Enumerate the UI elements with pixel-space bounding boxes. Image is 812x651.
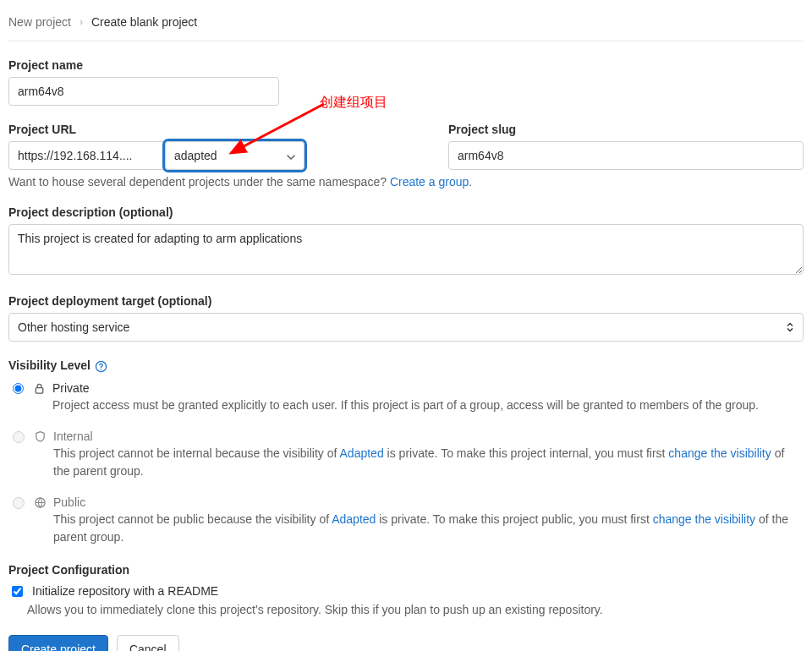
config-section: Project Configuration Initialize reposit…: [8, 563, 804, 616]
description-input[interactable]: This project is created for adapting to …: [8, 224, 804, 275]
visibility-internal-body: Internal This project cannot be internal…: [53, 429, 804, 480]
readme-row: Initialize repository with a README: [8, 583, 804, 599]
deployment-select-wrap: [8, 313, 804, 342]
visibility-private: Private Project access must be granted e…: [8, 381, 804, 414]
create-group-link[interactable]: Create a group: [390, 175, 469, 189]
namespace-helper: Want to house several dependent projects…: [8, 175, 804, 189]
project-slug-col: Project slug: [440, 123, 804, 170]
project-name-input[interactable]: [8, 77, 279, 106]
visibility-public-desc: This project cannot be public because th…: [53, 511, 804, 546]
chevron-down-icon: [287, 149, 295, 162]
project-slug-label: Project slug: [448, 123, 804, 136]
project-slug-input[interactable]: [448, 141, 804, 170]
project-name-label: Project name: [8, 58, 804, 72]
project-namespace-select[interactable]: adapted: [165, 141, 304, 170]
visibility-public-title: Public: [53, 495, 804, 509]
config-label: Project Configuration: [8, 563, 804, 577]
readme-label: Initialize repository with a README: [32, 584, 218, 598]
breadcrumb-root[interactable]: New project: [8, 15, 71, 29]
cancel-button[interactable]: Cancel: [117, 635, 179, 651]
visibility-private-body: Private Project access must be granted e…: [52, 381, 804, 414]
globe-icon: [34, 496, 47, 512]
visibility-internal-title: Internal: [53, 429, 804, 443]
visibility-section: Visibility Level Private Project access …: [8, 358, 804, 546]
breadcrumb-current: Create blank project: [91, 15, 197, 29]
visibility-public-body: Public This project cannot be public bec…: [53, 495, 804, 546]
internal-change-visibility-link[interactable]: change the visibility: [668, 446, 771, 460]
visibility-internal: Internal This project cannot be internal…: [8, 429, 804, 480]
deployment-section: Project deployment target (optional): [8, 294, 804, 342]
project-url-group: https://192.168.114.... adapted: [8, 141, 431, 170]
create-project-button[interactable]: Create project: [8, 635, 108, 651]
readme-checkbox[interactable]: [12, 586, 23, 597]
visibility-internal-desc: This project cannot be internal because …: [53, 445, 804, 480]
visibility-private-radio[interactable]: [13, 383, 24, 394]
project-url-label: Project URL: [8, 123, 431, 136]
public-group-link[interactable]: Adapted: [332, 512, 376, 526]
project-namespace-selected: adapted: [174, 149, 217, 162]
visibility-private-desc: Project access must be granted explicitl…: [52, 397, 804, 414]
project-name-section: Project name: [8, 58, 804, 106]
svg-point-2: [101, 369, 102, 370]
help-icon[interactable]: [95, 360, 107, 373]
deployment-select[interactable]: [8, 313, 804, 342]
shield-icon: [34, 430, 47, 446]
visibility-public-radio: [13, 497, 25, 509]
project-url-prefix: https://192.168.114....: [8, 141, 165, 170]
visibility-public: Public This project cannot be public bec…: [8, 495, 804, 546]
readme-help: Allows you to immediately clone this pro…: [27, 603, 804, 616]
description-section: Project description (optional) This proj…: [8, 205, 804, 277]
form-actions: Create project Cancel: [8, 635, 804, 651]
url-slug-row: Project URL https://192.168.114.... adap…: [8, 123, 804, 170]
project-url-col: Project URL https://192.168.114.... adap…: [8, 123, 440, 170]
visibility-label: Visibility Level: [8, 358, 804, 373]
chevron-right-icon: ›: [80, 16, 83, 28]
visibility-internal-radio: [13, 431, 25, 443]
breadcrumb: New project › Create blank project: [8, 8, 804, 41]
lock-icon: [33, 382, 46, 397]
public-change-visibility-link[interactable]: change the visibility: [653, 512, 755, 526]
deployment-label: Project deployment target (optional): [8, 294, 804, 308]
visibility-private-title: Private: [52, 381, 804, 395]
internal-group-link[interactable]: Adapted: [340, 446, 384, 460]
description-label: Project description (optional): [8, 205, 804, 219]
svg-rect-3: [36, 387, 42, 393]
